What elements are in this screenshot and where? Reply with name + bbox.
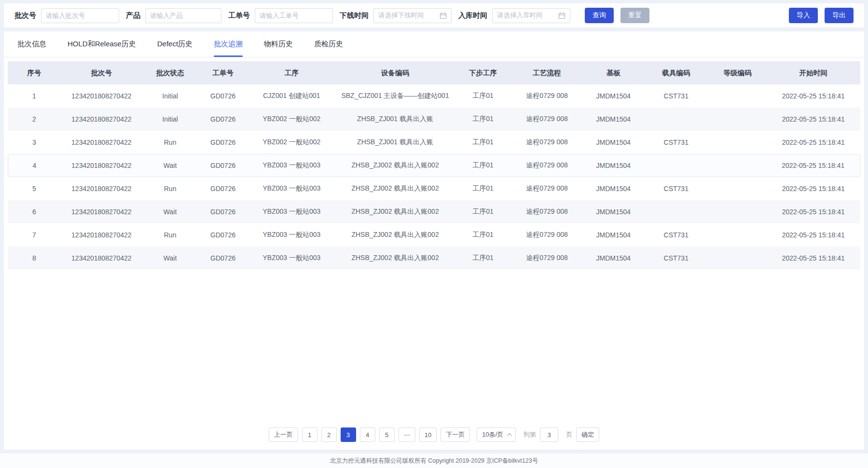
table-row[interactable]: 11234201808270422InitialGD0726CJZ001 创建站…	[8, 84, 860, 108]
table-cell: GD0726	[198, 108, 248, 131]
table-row[interactable]: 71234201808270422RunGD0726YBZ003 一般站003Z…	[8, 223, 860, 247]
table-cell: 2022-05-25 15:18:41	[767, 223, 860, 247]
table-cell: 1234201808270422	[61, 177, 143, 200]
table-cell: 8	[8, 247, 61, 270]
import-button[interactable]: 导入	[789, 8, 818, 23]
tab-5[interactable]: 质检历史	[314, 31, 343, 57]
pagination: 上一页 12345⋯10 下一页 10条/页 到第 页 确定	[4, 427, 864, 450]
table-cell: GD0726	[198, 200, 248, 223]
table-row[interactable]: 81234201808270422WaitGD0726YBZ003 一般站003…	[8, 247, 860, 270]
table-cell: YBZ003 一般站003	[248, 200, 335, 223]
table-cell: GD0726	[198, 247, 248, 270]
table-cell: 途程0729 008	[510, 177, 583, 200]
column-header: 载具编码	[644, 61, 708, 84]
tab-4[interactable]: 物料历史	[264, 31, 293, 57]
table-cell: 1234201808270422	[61, 84, 143, 108]
table-cell: 2022-05-25 15:18:41	[767, 247, 860, 270]
batch-trace-table: 序号批次号批次状态工单号工序设备编码下步工序工艺流程基板载具编码等级编码开始时间…	[8, 61, 860, 270]
table-cell: 工序01	[455, 177, 511, 200]
page-button-3[interactable]: 3	[341, 427, 356, 442]
filter-field-inbound-time: 入库时间 请选择入库时间	[458, 8, 570, 23]
page-button-1[interactable]: 1	[302, 427, 317, 442]
table-row[interactable]: 61234201808270422WaitGD0726YBZ003 一般站003…	[8, 200, 860, 223]
table-cell: Run	[142, 131, 198, 154]
column-header: 批次状态	[142, 61, 198, 84]
main-card: 批次信息HOLD和Release历史Defect历史批次追溯物料历史质检历史 序…	[4, 31, 864, 450]
column-header: 工序	[248, 61, 335, 84]
table-cell: 1234201808270422	[61, 108, 143, 131]
table-cell: 2022-05-25 15:18:41	[767, 154, 860, 177]
page-button-5[interactable]: 5	[379, 427, 395, 442]
table-cell: 1234201808270422	[61, 131, 143, 154]
table-cell	[708, 154, 766, 177]
table-cell	[708, 108, 766, 131]
table-row[interactable]: 31234201808270422RunGD0726YBZ002 一般站002Z…	[8, 131, 860, 154]
table-cell: YBZ003 一般站003	[248, 177, 335, 200]
page-size-select[interactable]: 10条/页	[477, 427, 516, 442]
table-cell: 途程0729 008	[510, 200, 583, 223]
offline-time-picker[interactable]: 请选择下线时间	[373, 8, 452, 23]
table-cell: 途程0729 008	[510, 131, 583, 154]
prev-page-button[interactable]: 上一页	[269, 427, 298, 442]
filter-bar: 批次号 产品 工单号 下线时间 请选择下线时间	[4, 3, 864, 28]
product-input[interactable]	[150, 12, 217, 19]
table-cell: 工序01	[455, 223, 511, 247]
table-cell	[644, 200, 708, 223]
table-cell: YBZ003 一般站003	[248, 247, 335, 270]
jump-page-input[interactable]	[540, 427, 558, 442]
tab-1[interactable]: HOLD和Release历史	[68, 31, 136, 57]
table-cell: Initial	[142, 84, 198, 108]
table-cell	[708, 223, 766, 247]
table-row[interactable]: 41234201808270422WaitGD0726YBZ003 一般站003…	[8, 154, 860, 177]
table-cell: JMDM1504	[583, 247, 644, 270]
table-cell: 工序01	[455, 200, 511, 223]
batch-trace-table-wrap: 序号批次号批次状态工单号工序设备编码下步工序工艺流程基板载具编码等级编码开始时间…	[4, 57, 864, 270]
table-cell: 1234201808270422	[61, 154, 143, 177]
table-cell: 途程0729 008	[510, 247, 583, 270]
batch-no-input[interactable]	[46, 12, 114, 19]
table-cell: 工序01	[455, 108, 511, 131]
query-button[interactable]: 查询	[585, 8, 614, 23]
table-cell: Run	[142, 223, 198, 247]
table-cell: JMDM1504	[583, 154, 644, 177]
table-cell: 工序01	[455, 154, 511, 177]
table-cell: 2022-05-25 15:18:41	[767, 177, 860, 200]
confirm-jump-button[interactable]: 确定	[576, 427, 599, 442]
table-cell: 工序01	[455, 84, 511, 108]
table-cell: YBZ002 一般站002	[248, 131, 335, 154]
inbound-time-picker[interactable]: 请选择入库时间	[492, 8, 570, 23]
table-header-row: 序号批次号批次状态工单号工序设备编码下步工序工艺流程基板载具编码等级编码开始时间	[8, 61, 860, 84]
tab-2[interactable]: Defect历史	[157, 31, 193, 57]
table-cell	[708, 177, 766, 200]
table-cell: ZHSB_ZJ002 载具出入账002	[335, 223, 455, 247]
table-cell: CST731	[644, 177, 708, 200]
table-cell: GD0726	[198, 131, 248, 154]
page-button-2[interactable]: 2	[321, 427, 337, 442]
table-cell: CST731	[644, 131, 708, 154]
work-order-input[interactable]	[260, 12, 328, 19]
table-cell: 途程0729 008	[510, 223, 583, 247]
page-footer: 北京力控元通科技有限公司版权所有 Copyright 2019-2029 京IC…	[0, 454, 868, 468]
table-cell: 5	[8, 177, 61, 200]
table-cell: JMDM1504	[583, 177, 644, 200]
work-order-input-wrap	[255, 8, 333, 23]
offline-time-placeholder: 请选择下线时间	[378, 11, 440, 20]
next-page-button[interactable]: 下一页	[441, 427, 470, 442]
table-cell: 2022-05-25 15:18:41	[767, 131, 860, 154]
export-button[interactable]: 导出	[825, 8, 854, 23]
table-cell: Initial	[142, 108, 198, 131]
table-cell: JMDM1504	[583, 84, 644, 108]
tab-0[interactable]: 批次信息	[17, 31, 46, 57]
reset-button[interactable]: 重置	[620, 8, 649, 23]
page-button-4[interactable]: 4	[360, 427, 375, 442]
tab-3[interactable]: 批次追溯	[214, 31, 243, 57]
offline-time-label: 下线时间	[340, 11, 369, 20]
page-button-10[interactable]: 10	[419, 427, 437, 442]
table-row[interactable]: 21234201808270422InitialGD0726YBZ002 一般站…	[8, 108, 860, 131]
table-cell	[708, 247, 766, 270]
page-ellipsis[interactable]: ⋯	[399, 427, 415, 442]
table-cell: YBZ003 一般站003	[248, 223, 335, 247]
table-cell: 6	[8, 200, 61, 223]
table-cell: JMDM1504	[583, 200, 644, 223]
table-row[interactable]: 51234201808270422RunGD0726YBZ003 一般站003Z…	[8, 177, 860, 200]
